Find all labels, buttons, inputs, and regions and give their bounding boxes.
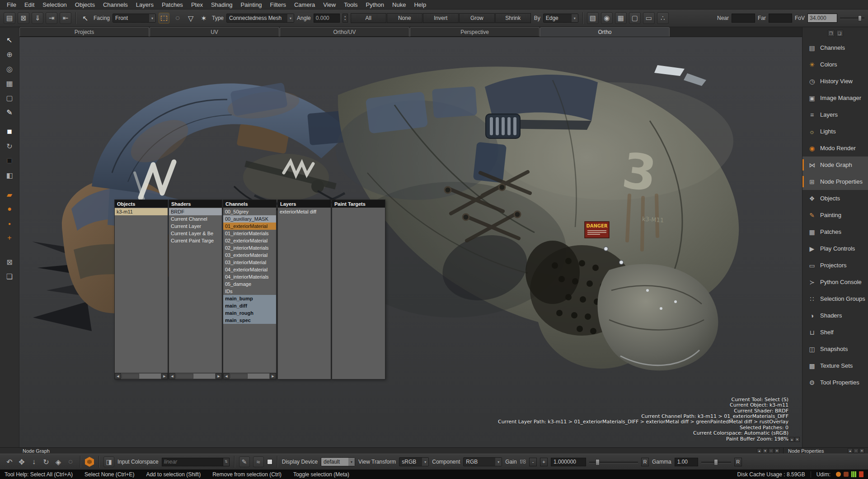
- menu-item[interactable]: Channels: [99, 1, 132, 9]
- menu-item[interactable]: Layers: [132, 1, 158, 9]
- sidebar-item[interactable]: ⊔ Shelf: [802, 324, 868, 341]
- list-item[interactable]: 03_interiorMaterial: [223, 259, 276, 266]
- selection-button[interactable]: Invert: [423, 13, 459, 23]
- close-icon[interactable]: [774, 448, 779, 453]
- gamma-slider[interactable]: [701, 458, 731, 466]
- scroll-left-icon[interactable]: [115, 373, 121, 379]
- sidebar-item[interactable]: ▣ Image Manager: [802, 90, 868, 106]
- maximize-icon[interactable]: [769, 448, 774, 453]
- near-input[interactable]: [732, 14, 755, 23]
- gamma-reset-button[interactable]: R: [734, 458, 742, 466]
- menu-item[interactable]: Selection: [38, 1, 70, 9]
- component-select[interactable]: RGB: [463, 457, 502, 466]
- clip-checkbox[interactable]: [267, 459, 272, 465]
- scroll-left-icon[interactable]: [169, 373, 175, 379]
- list-item[interactable]: Current Channel: [169, 215, 222, 223]
- viewport-tab[interactable]: Perspective: [410, 27, 540, 37]
- tool-icon[interactable]: ⊠: [3, 256, 16, 268]
- list-item[interactable]: 00_50grey: [223, 208, 276, 215]
- view-transform-select[interactable]: sRGB: [399, 457, 429, 466]
- gain-value[interactable]: 1.000000: [551, 458, 586, 466]
- input-colorspace-value[interactable]: [162, 459, 223, 465]
- sidebar-item[interactable]: ⋈ Node Graph: [802, 157, 868, 173]
- menu-item[interactable]: Patches: [158, 1, 187, 9]
- selection-button[interactable]: Grow: [459, 13, 495, 23]
- close-icon[interactable]: [795, 437, 800, 442]
- list-item[interactable]: exteriorMetal diff: [278, 208, 331, 215]
- menu-item[interactable]: Python: [362, 1, 388, 9]
- viewport-3d[interactable]: 3 k3-M11 DANGER: [19, 37, 802, 447]
- log-icon[interactable]: [859, 471, 863, 477]
- scroll-right-icon[interactable]: [270, 373, 276, 379]
- nav-icon[interactable]: ◌: [66, 458, 75, 466]
- list-item[interactable]: 03_exteriorMaterial: [223, 251, 276, 259]
- sidebar-item[interactable]: ≻ Python Console: [802, 274, 868, 290]
- gain-reset-button[interactable]: R: [641, 458, 649, 466]
- view-option-icon[interactable]: ▢: [629, 12, 641, 24]
- sidebar-item[interactable]: ⊞ Node Properties: [802, 173, 868, 190]
- sidebar-item[interactable]: ◫ Snapshots: [802, 341, 868, 357]
- type-select[interactable]: Connectedness Mesh: [226, 14, 294, 23]
- sidebar-item[interactable]: ▭ Projectors: [802, 257, 868, 274]
- tool-icon[interactable]: ↖: [3, 34, 16, 46]
- tool-icon[interactable]: ✎: [3, 106, 16, 118]
- view-option-icon[interactable]: ▦: [615, 12, 627, 24]
- slider-handle[interactable]: [596, 459, 600, 465]
- viewport-tab[interactable]: UV: [150, 27, 279, 37]
- view-option-icon[interactable]: ▭: [643, 12, 655, 24]
- sidebar-item[interactable]: ☼ Lights: [802, 123, 868, 140]
- menu-item[interactable]: Filters: [266, 1, 290, 9]
- vector-icon[interactable]: [253, 456, 264, 467]
- list-item[interactable]: main_spec: [223, 317, 276, 324]
- fov-slider[interactable]: [840, 14, 864, 22]
- menu-item[interactable]: Help: [410, 1, 430, 9]
- maximize-icon[interactable]: [854, 448, 859, 453]
- list-item[interactable]: 05_damage: [223, 280, 276, 288]
- horizontal-scrollbar[interactable]: [223, 373, 276, 379]
- view-option-icon[interactable]: ◉: [601, 12, 613, 24]
- menu-item[interactable]: Edit: [20, 1, 38, 9]
- sidebar-item[interactable]: ≡ Layers: [802, 106, 868, 123]
- selection-button[interactable]: Shrink: [495, 13, 531, 23]
- gain-slider[interactable]: [589, 458, 638, 466]
- list-item[interactable]: main_diff: [223, 302, 276, 309]
- list-item[interactable]: 04_interiorMaterials: [223, 273, 276, 280]
- sidebar-item[interactable]: ✳ Colors: [802, 56, 868, 73]
- list-item[interactable]: main_bump: [223, 295, 276, 302]
- tool-icon[interactable]: ❏: [3, 270, 16, 282]
- float-icon[interactable]: [757, 448, 762, 453]
- tool-icon[interactable]: ◎: [3, 63, 16, 75]
- list-item[interactable]: 01_exteriorMaterial: [223, 223, 276, 230]
- nav-icon[interactable]: ↻: [41, 458, 51, 466]
- layout-icon[interactable]: [828, 30, 835, 37]
- scroll-left-icon[interactable]: [223, 373, 230, 379]
- selection-button[interactable]: All: [351, 13, 386, 23]
- display-device-select[interactable]: default: [321, 457, 355, 466]
- nav-icon[interactable]: ◈: [53, 458, 63, 466]
- selection-button[interactable]: None: [387, 13, 422, 23]
- sidebar-item[interactable]: ▩ Texture Sets: [802, 357, 868, 374]
- list-item[interactable]: Current Layer: [169, 223, 222, 230]
- select-mode-icon[interactable]: ✶: [198, 13, 209, 24]
- toolbar-icon[interactable]: ⇤: [60, 12, 71, 24]
- sidebar-item[interactable]: ∷ Selection Groups: [802, 290, 868, 307]
- menu-item[interactable]: Ptex: [187, 1, 207, 9]
- viewport-tab[interactable]: Projects: [19, 27, 149, 37]
- by-select[interactable]: Edge: [543, 14, 578, 23]
- tool-icon[interactable]: ▢: [3, 92, 16, 104]
- colorspace-icon[interactable]: [103, 456, 114, 467]
- sidebar-item[interactable]: ❖ Objects: [802, 190, 868, 207]
- facing-select[interactable]: Front: [113, 14, 156, 23]
- menu-item[interactable]: Camera: [290, 1, 319, 9]
- gamma-value[interactable]: 1.00: [675, 458, 698, 466]
- sidebar-item[interactable]: ◷ History View: [802, 73, 868, 90]
- float-icon[interactable]: [848, 448, 853, 453]
- menu-item[interactable]: Painting: [237, 1, 266, 9]
- scroll-track[interactable]: [176, 374, 215, 379]
- tool-icon[interactable]: ■: [3, 155, 16, 166]
- scroll-track[interactable]: [122, 374, 161, 379]
- menu-item[interactable]: Shading: [207, 1, 237, 9]
- list-item[interactable]: 04_exteriorMaterial: [223, 266, 276, 273]
- sidebar-item[interactable]: ▤ Channels: [802, 39, 868, 56]
- sidebar-item[interactable]: ◑ Shaders: [802, 307, 868, 324]
